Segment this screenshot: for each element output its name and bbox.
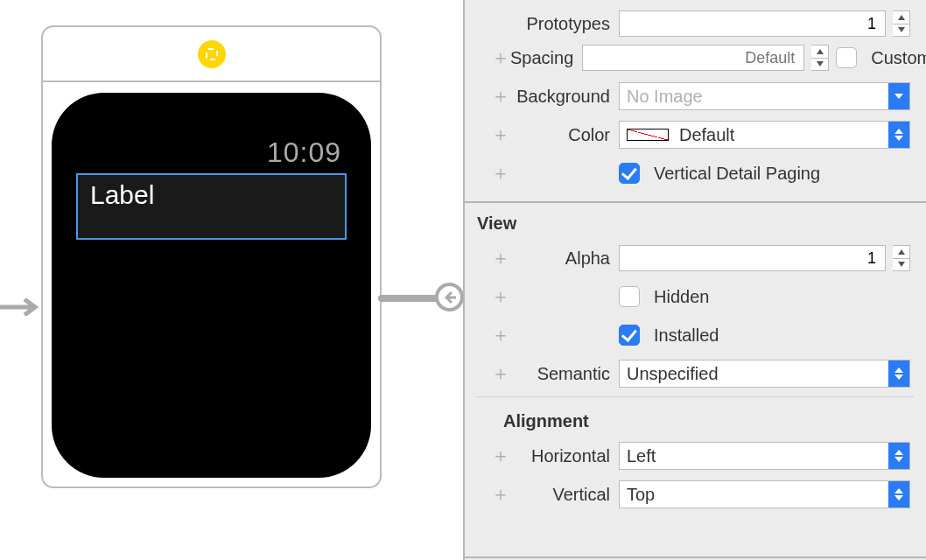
storyboard-canvas: 10:09 Label	[0, 0, 464, 560]
color-popup[interactable]: Default	[619, 121, 910, 149]
watch-scene-frame[interactable]: 10:09 Label	[41, 25, 382, 488]
add-variation-semantic-button[interactable]: ＋	[491, 360, 510, 387]
chevron-updown-icon	[888, 122, 909, 148]
segue-arrow-icon	[0, 298, 40, 316]
spacing-custom-checkbox[interactable]	[836, 47, 857, 68]
add-variation-background-button[interactable]: ＋	[491, 83, 510, 109]
chevron-down-icon	[888, 83, 909, 109]
color-label: Color	[510, 125, 619, 145]
halign-value: Left	[627, 446, 656, 466]
add-variation-vdp-button[interactable]: ＋	[491, 160, 510, 186]
background-label: Background	[510, 87, 619, 107]
background-value: No Image	[627, 87, 703, 107]
add-variation-alpha-button[interactable]: ＋	[491, 245, 510, 271]
segue-entry-icon[interactable]	[435, 283, 464, 312]
horizontal-alignment-popup[interactable]: Left	[619, 442, 910, 470]
vertical-detail-paging-label: Vertical Detail Paging	[654, 164, 820, 184]
valign-value: Top	[627, 485, 655, 505]
watch-body: 10:09 Label	[52, 93, 371, 478]
installed-label: Installed	[654, 326, 719, 346]
chevron-updown-icon	[888, 360, 909, 387]
spacing-input[interactable]	[582, 45, 804, 71]
semantic-label: Semantic	[510, 364, 619, 384]
add-variation-halign-button[interactable]: ＋	[491, 443, 510, 469]
spacing-label: Spacing	[510, 48, 582, 68]
hidden-label: Hidden	[654, 287, 709, 307]
add-variation-valign-button[interactable]: ＋	[491, 481, 510, 508]
alpha-input[interactable]	[619, 245, 886, 271]
valign-label: Vertical	[510, 485, 619, 505]
chip-icon	[198, 40, 226, 68]
installed-checkbox[interactable]	[619, 325, 640, 346]
prototypes-stepper[interactable]	[893, 10, 910, 37]
prototypes-input[interactable]	[619, 10, 886, 37]
background-popup[interactable]: No Image	[619, 82, 910, 110]
watch-screen: 10:09 Label	[78, 136, 345, 434]
vertical-detail-paging-checkbox[interactable]	[619, 163, 640, 184]
watch-time-label: 10:09	[267, 136, 341, 169]
label-text: Label	[90, 180, 333, 210]
add-variation-installed-button[interactable]: ＋	[491, 322, 510, 348]
prototypes-label: Prototypes	[510, 14, 619, 34]
add-variation-hidden-button[interactable]: ＋	[491, 284, 510, 310]
attributes-inspector: Prototypes ＋ Spacing Custom ＋ Background	[463, 0, 926, 560]
alignment-subsection-header: Alignment	[465, 401, 926, 437]
semantic-value: Unspecified	[627, 364, 719, 384]
alpha-stepper[interactable]	[893, 245, 910, 271]
spacing-stepper[interactable]	[811, 45, 829, 71]
chevron-updown-icon	[888, 443, 909, 469]
semantic-popup[interactable]: Unspecified	[619, 360, 910, 388]
vertical-alignment-popup[interactable]: Top	[619, 480, 910, 508]
color-value: Default	[679, 125, 734, 145]
add-variation-color-button[interactable]: ＋	[491, 122, 510, 148]
spacing-custom-label: Custom	[871, 48, 926, 68]
chevron-updown-icon	[888, 481, 909, 508]
view-section-header: View	[465, 203, 926, 239]
color-well[interactable]	[623, 125, 672, 144]
alpha-label: Alpha	[510, 248, 619, 269]
hidden-checkbox[interactable]	[619, 286, 640, 307]
watch-scene-titlebar[interactable]	[43, 27, 380, 82]
selected-label-element[interactable]: Label	[78, 175, 345, 238]
add-variation-spacing-button[interactable]: ＋	[491, 45, 510, 71]
segue-line	[378, 295, 441, 302]
halign-label: Horizontal	[510, 446, 619, 466]
